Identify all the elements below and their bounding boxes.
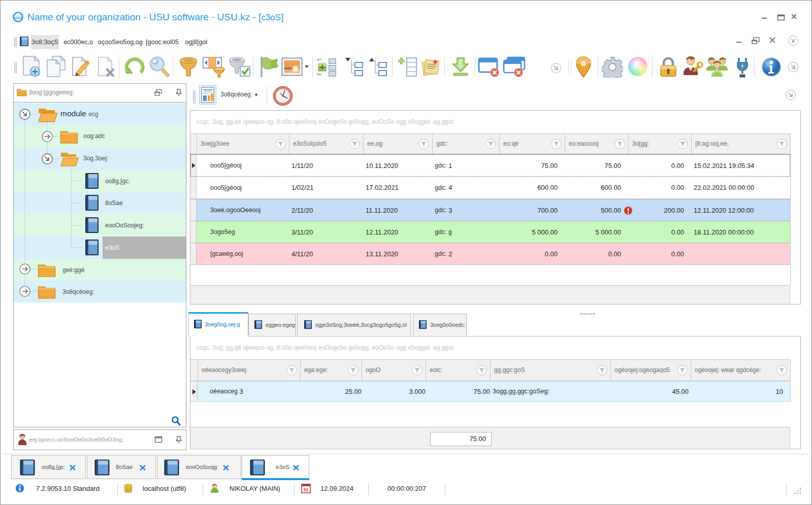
svg-text:31: 31: [303, 487, 309, 492]
